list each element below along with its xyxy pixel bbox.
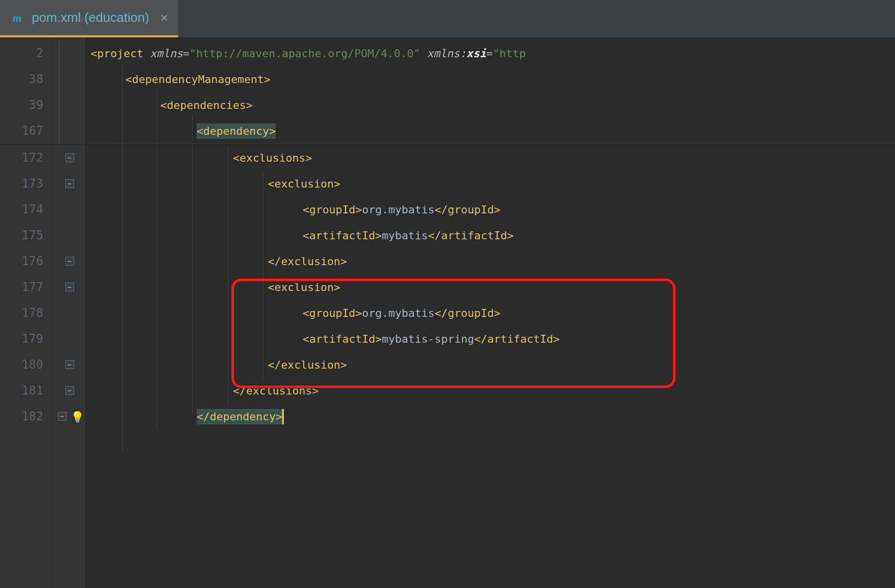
fold-end-icon[interactable]: − bbox=[65, 257, 74, 266]
line-number: 175 bbox=[0, 222, 54, 248]
line-number: 167 bbox=[0, 118, 54, 144]
code-line[interactable]: <exclusion> bbox=[85, 274, 895, 300]
line-number: 39 bbox=[0, 92, 54, 118]
code-line[interactable]: <artifactId>mybatis</artifactId> bbox=[85, 222, 895, 248]
line-number: 2 bbox=[0, 40, 54, 66]
code-line[interactable]: <groupId>org.mybatis</groupId> bbox=[85, 300, 895, 326]
code-area[interactable]: <project xmlns="http://maven.apache.org/… bbox=[85, 37, 895, 588]
line-number: 178 bbox=[0, 300, 54, 326]
code-line[interactable]: <exclusion> bbox=[85, 171, 895, 196]
code-line[interactable]: <dependencies> bbox=[85, 92, 895, 118]
line-number: 173 bbox=[0, 171, 54, 196]
maven-file-icon: m bbox=[12, 11, 25, 24]
code-line[interactable]: <artifactId>mybatis-spring</artifactId> bbox=[85, 326, 895, 352]
line-number: 38 bbox=[0, 66, 54, 92]
line-number: 176 bbox=[0, 248, 54, 274]
line-number: 172 bbox=[0, 145, 54, 171]
fold-toggle-icon[interactable]: − bbox=[65, 153, 74, 162]
code-line[interactable]: <project xmlns="http://maven.apache.org/… bbox=[85, 40, 895, 66]
line-number: 179 bbox=[0, 326, 54, 352]
fold-end-icon[interactable]: − bbox=[65, 360, 74, 369]
close-icon[interactable]: × bbox=[160, 11, 169, 25]
line-number: 181 bbox=[0, 378, 54, 403]
line-number: 177 bbox=[0, 274, 54, 300]
code-line[interactable]: </dependency> bbox=[85, 403, 895, 429]
code-line[interactable]: <dependency> bbox=[85, 118, 895, 144]
line-gutter: 2 38 39 167 172 173 174 175 176 177 178 … bbox=[0, 37, 55, 588]
code-line[interactable]: </exclusion> bbox=[85, 352, 895, 378]
code-line[interactable]: <exclusions> bbox=[85, 145, 895, 171]
fold-gutter: − − − − − − −💡 bbox=[55, 37, 85, 588]
fold-toggle-icon[interactable]: − bbox=[65, 179, 74, 188]
line-number: 180 bbox=[0, 352, 54, 378]
line-number: 182 bbox=[0, 403, 54, 429]
fold-end-icon[interactable]: − bbox=[65, 386, 74, 395]
fold-end-icon[interactable]: − bbox=[58, 412, 67, 421]
fold-toggle-icon[interactable]: − bbox=[65, 283, 74, 292]
code-line[interactable]: </exclusion> bbox=[85, 248, 895, 274]
line-number: 174 bbox=[0, 196, 54, 222]
svg-text:m: m bbox=[12, 11, 22, 24]
tab-label: pom.xml (education) bbox=[32, 10, 149, 25]
code-line[interactable]: <dependencyManagement> bbox=[85, 66, 895, 92]
tab-bar: m pom.xml (education) × bbox=[0, 0, 895, 37]
intention-bulb-icon[interactable]: 💡 bbox=[71, 411, 82, 422]
code-line[interactable]: <groupId>org.mybatis</groupId> bbox=[85, 196, 895, 222]
editor: 2 38 39 167 172 173 174 175 176 177 178 … bbox=[0, 37, 895, 588]
code-line[interactable]: </exclusions> bbox=[85, 378, 895, 403]
editor-tab[interactable]: m pom.xml (education) × bbox=[0, 0, 178, 37]
